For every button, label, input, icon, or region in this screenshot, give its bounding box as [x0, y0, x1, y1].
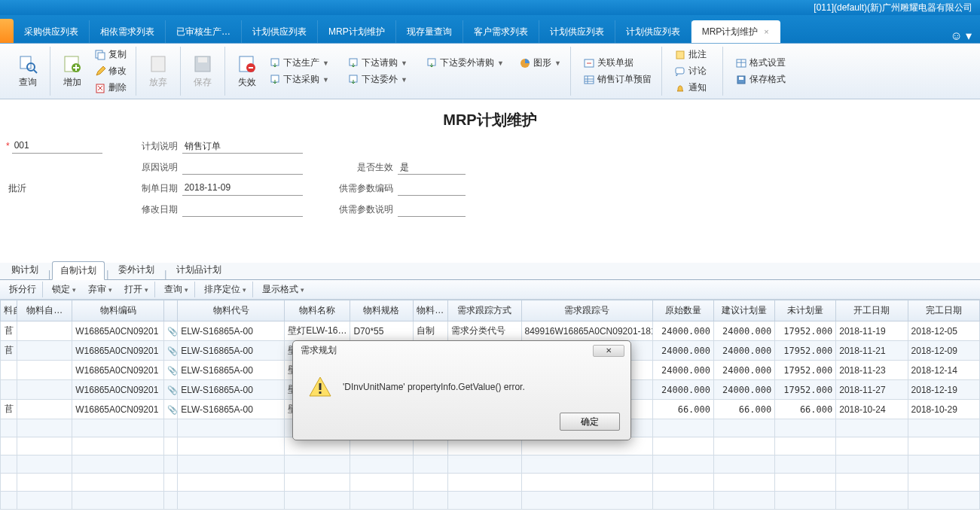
- main-tab[interactable]: 计划供应列表: [539, 20, 615, 43]
- column-header[interactable]: 完工日期: [908, 300, 979, 321]
- discard-button[interactable]: 放弃: [142, 49, 174, 94]
- dialog-message: 'DInvUnitName' propertyInfo.GetValue() e…: [343, 382, 525, 392]
- display-format-button[interactable]: 显示格式▾: [258, 282, 309, 297]
- user-menu[interactable]: ☺ ▾: [942, 29, 980, 43]
- format-save-button[interactable]: 保存格式: [732, 72, 792, 87]
- app-menu-tab[interactable]: [0, 19, 14, 43]
- approve-button[interactable]: 批注: [671, 47, 716, 62]
- column-header[interactable]: 建议计划量: [714, 300, 775, 321]
- main-tab[interactable]: 计划供应列表: [615, 20, 691, 43]
- ribbon: 查询 增加 复制 修改 删除 放弃 保存 失效 下达生产▼ 下达采购: [0, 44, 980, 99]
- issue-prod-button[interactable]: 下达生产▼: [266, 56, 341, 71]
- add-button[interactable]: 增加: [56, 49, 88, 94]
- modify-button[interactable]: 修改: [91, 64, 130, 79]
- dialog-close-button[interactable]: ✕: [593, 345, 624, 357]
- reason-field[interactable]: [182, 160, 303, 175]
- modify-date-field[interactable]: [182, 202, 303, 217]
- related-doc-button[interactable]: 关联单据: [580, 56, 655, 71]
- column-header[interactable]: 物料…: [413, 300, 448, 321]
- discuss-button[interactable]: 讨论: [671, 64, 716, 79]
- main-tab[interactable]: 采购供应列表: [14, 20, 90, 43]
- save-button[interactable]: 保存: [187, 49, 218, 94]
- sort-button[interactable]: 排序定位▾: [200, 282, 253, 297]
- main-tab[interactable]: MRP计划维护: [318, 20, 396, 43]
- code-field[interactable]: 001: [12, 139, 102, 154]
- attachment-icon[interactable]: 📎: [167, 327, 178, 336]
- svg-rect-26: [319, 383, 322, 390]
- column-header[interactable]: 物料名称: [285, 300, 350, 321]
- column-header[interactable]: 需求跟踪号: [521, 300, 652, 321]
- chevron-down-icon: ▼: [401, 59, 408, 67]
- issue-req-button[interactable]: 下达请购▼: [344, 56, 420, 71]
- table-row[interactable]: 苢W16865A0CN09201📎ELW-S16865A-00壁灯ELW-16……: [1, 321, 980, 341]
- lock-button[interactable]: 锁定▾: [47, 282, 81, 297]
- main-tab[interactable]: 已审核生产…: [166, 20, 242, 43]
- svg-line-2: [34, 70, 37, 73]
- main-tab[interactable]: MRP计划维护×: [691, 20, 780, 43]
- main-tab[interactable]: 相依需求列表: [90, 20, 166, 43]
- param-desc-field[interactable]: [398, 202, 466, 217]
- chevron-down-icon: ▾: [301, 286, 304, 294]
- query-button[interactable]: 查询: [12, 49, 44, 94]
- sub-tab[interactable]: 自制计划: [52, 261, 105, 280]
- unaudit-button[interactable]: 弃审▾: [84, 282, 117, 297]
- column-header[interactable]: [163, 300, 177, 321]
- chart-button[interactable]: 图形▼: [516, 56, 564, 71]
- sub-tab[interactable]: 委外计划: [110, 260, 163, 279]
- attachment-icon[interactable]: 📎: [167, 366, 178, 375]
- column-header[interactable]: 物料规格: [350, 300, 413, 321]
- maker-date-field[interactable]: 2018-11-09: [182, 181, 303, 196]
- tab-close-icon[interactable]: ×: [764, 27, 768, 36]
- level-label: 批沂: [6, 181, 29, 196]
- table-icon: [583, 74, 595, 86]
- attachment-icon[interactable]: 📎: [167, 405, 178, 414]
- effective-field[interactable]: 是: [398, 160, 466, 175]
- issue-outproc-button[interactable]: 下达委外▼: [344, 72, 420, 87]
- plan-desc-field[interactable]: 销售订单: [182, 139, 303, 154]
- svg-rect-0: [20, 56, 31, 69]
- note-icon: [674, 49, 686, 61]
- copy-button[interactable]: 复制: [91, 47, 130, 62]
- main-tab[interactable]: 现存量查询: [396, 20, 463, 43]
- main-tab[interactable]: 计划供应列表: [242, 20, 318, 43]
- plan-desc-label: 计划说明: [133, 140, 178, 153]
- table-row[interactable]: [1, 474, 980, 492]
- link-icon: [583, 57, 595, 69]
- sub-tab[interactable]: 购计划: [3, 260, 47, 279]
- save-icon: [192, 53, 213, 75]
- table-row[interactable]: [1, 455, 980, 474]
- column-header[interactable]: 料自…: [1, 300, 17, 321]
- column-header[interactable]: 原始数量: [652, 300, 713, 321]
- arrow-down-icon: [347, 57, 359, 69]
- notify-button[interactable]: 通知: [671, 81, 716, 96]
- delete-button[interactable]: 删除: [91, 81, 130, 96]
- format-set-button[interactable]: 格式设置: [732, 56, 792, 71]
- so-preview-button[interactable]: 销售订单预留: [580, 72, 655, 87]
- dialog-ok-button[interactable]: 确定: [560, 413, 620, 431]
- attachment-icon[interactable]: 📎: [167, 346, 178, 355]
- chat-icon: [674, 66, 686, 78]
- param-desc-label: 供需参数说明: [333, 203, 393, 216]
- error-dialog: 需求规划 ✕ 'DInvUnitName' propertyInfo.GetVa…: [292, 340, 631, 440]
- delete-icon: [94, 82, 106, 94]
- column-header[interactable]: 物料自…: [17, 300, 72, 321]
- main-tab[interactable]: 客户需求列表: [463, 20, 539, 43]
- column-header[interactable]: 未计划量: [775, 300, 836, 321]
- invalidate-button[interactable]: 失效: [231, 49, 263, 94]
- split-row-button[interactable]: 拆分行: [5, 282, 43, 297]
- warning-icon: [308, 375, 332, 399]
- maker-date-label: 制单日期: [133, 182, 178, 195]
- attachment-icon[interactable]: 📎: [167, 385, 178, 395]
- reason-label: 原因说明: [133, 161, 178, 174]
- grid-query-button[interactable]: 查询▾: [160, 282, 195, 297]
- column-header[interactable]: 需求跟踪方式: [448, 300, 521, 321]
- issue-out-req-button[interactable]: 下达委外请购▼: [423, 56, 513, 71]
- sub-tab[interactable]: 计划品计划: [168, 260, 230, 279]
- param-code-field[interactable]: [398, 181, 466, 196]
- table-row[interactable]: [1, 492, 980, 510]
- issue-po-button[interactable]: 下达采购▼: [266, 72, 341, 87]
- open-button[interactable]: 打开▾: [120, 282, 155, 297]
- column-header[interactable]: 物料编码: [72, 300, 164, 321]
- column-header[interactable]: 开工日期: [836, 300, 908, 321]
- column-header[interactable]: 物料代号: [178, 300, 285, 321]
